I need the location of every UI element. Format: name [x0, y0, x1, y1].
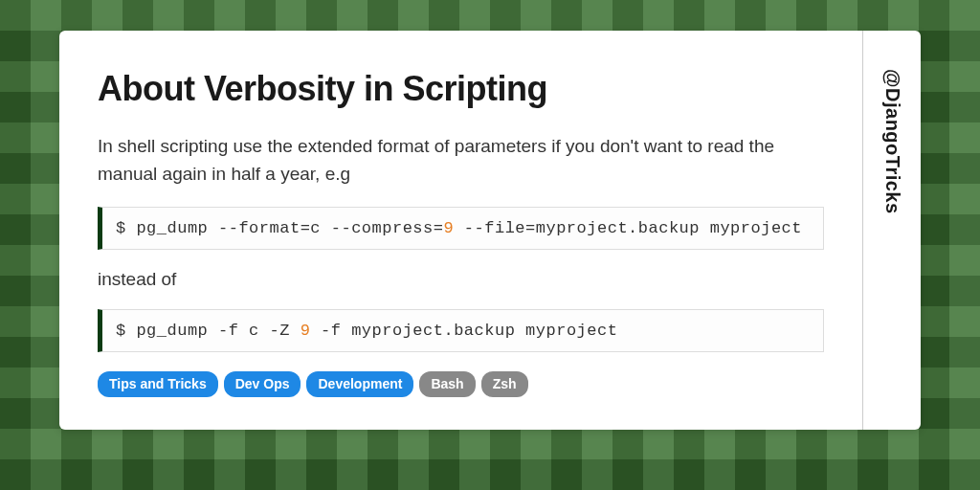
main-content: About Verbosity in Scripting In shell sc… — [59, 31, 863, 430]
tag-secondary[interactable]: Bash — [419, 371, 475, 396]
page-title: About Verbosity in Scripting — [98, 69, 824, 108]
code-post: -f myproject.backup myproject — [310, 322, 617, 340]
code-post: --file=myproject.backup myproject — [454, 219, 802, 237]
between-text: instead of — [98, 269, 824, 290]
author-handle[interactable]: @DjangoTricks — [881, 69, 903, 214]
tag-primary[interactable]: Dev Ops — [224, 371, 301, 396]
code-block-short: $ pg_dump -f c -Z 9 -f myproject.backup … — [98, 309, 824, 352]
sidebar: @DjangoTricks — [863, 31, 921, 430]
content-card: About Verbosity in Scripting In shell sc… — [59, 31, 921, 430]
code-number: 9 — [443, 219, 454, 237]
tag-primary[interactable]: Development — [306, 371, 413, 396]
intro-text: In shell scripting use the extended form… — [98, 133, 824, 188]
tag-secondary[interactable]: Zsh — [481, 371, 528, 396]
code-number: 9 — [301, 322, 311, 340]
tag-list: Tips and Tricks Dev Ops Development Bash… — [98, 371, 824, 396]
code-pre: $ pg_dump -f c -Z — [116, 322, 301, 340]
code-pre: $ pg_dump --format=c --compress= — [116, 219, 443, 237]
tag-primary[interactable]: Tips and Tricks — [98, 371, 218, 396]
code-block-verbose: $ pg_dump --format=c --compress=9 --file… — [98, 207, 824, 250]
